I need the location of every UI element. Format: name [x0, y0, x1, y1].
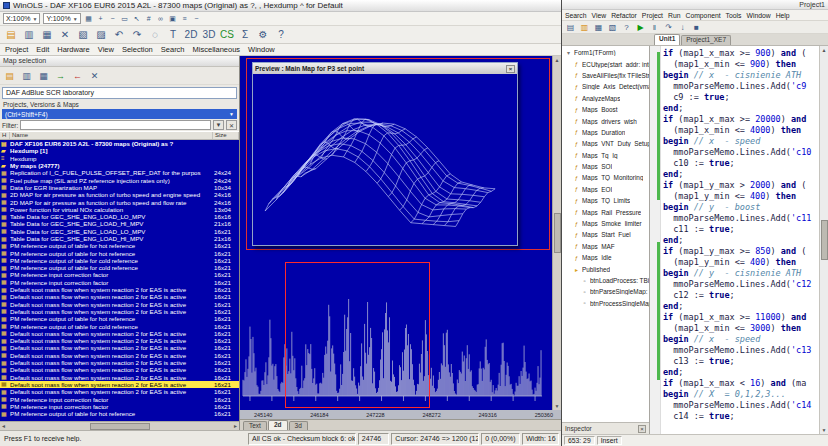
view-tab[interactable]: 2d: [268, 420, 288, 430]
menu-item[interactable]: Window: [248, 45, 275, 54]
cursor-icon[interactable]: ↖: [132, 14, 142, 24]
map-list-row[interactable]: ▦ Default soot mass flow when system rea…: [0, 381, 239, 388]
map-list-hscrollbar[interactable]: ◄ ►: [0, 421, 239, 430]
hexdump-vscrollbar[interactable]: ▲ ▼: [552, 56, 561, 410]
help-icon[interactable]: ?: [621, 22, 632, 33]
tree-item[interactable]: ▫ btnProcessSingleMap: T: [562, 298, 649, 309]
code-line[interactable]: if (map1_x_max < 16) and (ma: [663, 378, 819, 389]
map-list-row[interactable]: ▤ DAF XF106 EUR6 2015 A2L - 87300 maps (…: [0, 140, 239, 147]
code-line[interactable]: mmoParseMemo.Lines.Add('c9: [663, 81, 819, 92]
code-line[interactable]: if (map1_y_max > 2000) and (: [663, 180, 819, 191]
map-list-row[interactable]: ▦ Fuel pulse map (SIL and PZ reference i…: [0, 176, 239, 183]
pause-icon[interactable]: ‖: [649, 22, 660, 33]
project-selector-combo[interactable]: (Ctrl+Shift+F4) ▼: [2, 109, 237, 119]
editor-tab[interactable]: Project1_XE7: [681, 35, 731, 45]
editor-vscrollbar[interactable]: ▲ ▼: [819, 46, 828, 434]
undo-icon[interactable]: ↶: [112, 28, 126, 42]
code-editor[interactable]: if (map1_x_max >= 900) and ( (map1_x_min…: [650, 46, 828, 434]
redo-icon[interactable]: ↷: [130, 28, 144, 42]
map-list-row[interactable]: ▦ Default soot mass flow when system rea…: [0, 366, 239, 373]
paste-icon[interactable]: ▨: [94, 28, 108, 42]
view-3d-icon[interactable]: 3D: [202, 28, 216, 42]
code-line[interactable]: (map1_x_min <= 3000) then: [663, 323, 819, 334]
map-list-row[interactable]: ▦ Default soot mass flow when system rea…: [0, 337, 239, 344]
column-size[interactable]: Size: [213, 132, 239, 139]
menu-item[interactable]: Hardware: [57, 45, 90, 54]
map-list-row[interactable]: ▦ Default soot mass flow when system rea…: [0, 359, 239, 366]
import-icon[interactable]: →: [54, 69, 67, 82]
code-line[interactable]: begin // X = 0,1,2,3...: [663, 389, 819, 400]
map-list-row[interactable]: ▦ Default soot mass flow when system rea…: [0, 308, 239, 315]
menu-item[interactable]: Run: [668, 12, 680, 19]
code-line[interactable]: c10 := true;: [663, 158, 819, 169]
map-list-row[interactable]: ▦ Table Data for GEC_SHE_ENG_LOAD_LO_MPV…: [0, 228, 239, 235]
menu-item[interactable]: Project: [5, 45, 28, 54]
tree-item[interactable]: ▫ btnLoadProcess: TBitBtn: [562, 275, 649, 286]
tree-item[interactable]: ƒ ECUtype(start_addr: integer: [562, 58, 649, 69]
tree-item[interactable]: ƒ Maps_Start_Fuel: [562, 229, 649, 240]
column-h[interactable]: H: [0, 132, 10, 139]
menu-item[interactable]: Search: [565, 12, 587, 19]
code-line[interactable]: if (map1_x_max >= 20000) and: [663, 114, 819, 125]
tree-item[interactable]: ƒ AnalyzeMaps: [562, 93, 649, 104]
zoom-in-icon[interactable]: +: [96, 14, 106, 24]
tree-item[interactable]: ▸ Published: [562, 263, 649, 274]
code-line[interactable]: (map1_x_min <= 900) then: [663, 59, 819, 70]
map-list-row[interactable]: ▦ Table Data for GEC_SHE_ENG_LOAD_HI_MPV…: [0, 235, 239, 242]
view-tab[interactable]: 3d: [289, 421, 308, 430]
code-line[interactable]: begin // y - boost: [663, 202, 819, 213]
search-icon[interactable]: ◌: [148, 28, 162, 42]
filter-clear-button[interactable]: ✕: [226, 120, 237, 130]
print-icon[interactable]: ▦: [40, 28, 54, 42]
filter-dropdown-button[interactable]: ▼: [213, 120, 224, 130]
tree-item[interactable]: ƒ Maps_TQ_Monitoring: [562, 172, 649, 183]
help-icon[interactable]: ?: [274, 28, 288, 42]
run-icon[interactable]: ▶: [635, 22, 646, 33]
code-line[interactable]: if (map1_x_max >= 11000) and: [663, 312, 819, 323]
tree-item[interactable]: ƒ Maps_EOI: [562, 184, 649, 195]
map-list-row[interactable]: ≡ Hexdump: [0, 155, 239, 162]
scrollbar-thumb[interactable]: [90, 423, 150, 430]
code-line[interactable]: begin // x - cisnienie ATH: [663, 70, 819, 81]
delete-icon[interactable]: ✕: [88, 69, 101, 82]
preview-3d-surface[interactable]: [253, 74, 517, 245]
menu-item[interactable]: Window: [746, 12, 770, 19]
map-list-row[interactable]: ▦ Data for EGR linearization MAP 10x34: [0, 184, 239, 191]
tree-item[interactable]: ▾ Form1(TForm): [562, 47, 649, 58]
save-icon[interactable]: ▥: [22, 28, 36, 42]
link-icon[interactable]: ∞: [156, 14, 166, 24]
menu-item[interactable]: Selection: [122, 45, 153, 54]
menu-item[interactable]: View: [592, 12, 607, 19]
map-list-row[interactable]: ▦ Default soot mass flow when system rea…: [0, 374, 239, 381]
map-list-row[interactable]: ▦ Table Data for GEC_SHE_ENG_LOAD_LO_MPV…: [0, 213, 239, 220]
map-list-row[interactable]: ▦ PM reference output of table for hot r…: [0, 315, 239, 322]
menu-item[interactable]: Help: [776, 12, 790, 19]
code-line[interactable]: mmoParseMemo.Lines.Add('c13: [663, 345, 819, 356]
tree-item[interactable]: ƒ Maps_Tq_Iq: [562, 150, 649, 161]
map-list-row[interactable]: ▦ PM reference input correction factor 1…: [0, 271, 239, 278]
filter-input[interactable]: [20, 120, 211, 130]
tree-item[interactable]: ƒ Maps_SOI: [562, 161, 649, 172]
menu-item[interactable]: Project: [642, 12, 663, 19]
save-icon[interactable]: ▥: [20, 69, 33, 82]
save-icon[interactable]: ▦: [593, 22, 604, 33]
ruler-icon[interactable]: #: [144, 14, 154, 24]
menu-item[interactable]: Search: [161, 45, 185, 54]
code-line[interactable]: mmoParseMemo.Lines.Add('c10: [663, 147, 819, 158]
view-tab[interactable]: Text: [243, 421, 267, 430]
code-line[interactable]: begin // x - speed: [663, 136, 819, 147]
settings-icon[interactable]: ⚙: [256, 28, 270, 42]
cut-icon[interactable]: ✕: [58, 28, 72, 42]
menu-item[interactable]: Edit: [36, 45, 49, 54]
print-icon[interactable]: ▦: [37, 69, 50, 82]
code-line[interactable]: c12 := true;: [663, 290, 819, 301]
tree-item[interactable]: ▫ btnParseSingleMap: TBi: [562, 286, 649, 297]
checksum-icon[interactable]: CS: [220, 28, 234, 42]
list-icon[interactable]: ≡: [180, 14, 190, 24]
map-list-row[interactable]: ▦ PM reference input correction factor 1…: [0, 279, 239, 286]
map-list-row[interactable]: ▦ Replication of I_C_FUEL_PULSE_OFFSET_R…: [0, 169, 239, 176]
map-list-row[interactable]: ▰ Hexdump [1]: [0, 147, 239, 154]
tree-item[interactable]: ƒ Maps_drivers_wish: [562, 115, 649, 126]
copy-icon[interactable]: ▧: [76, 28, 90, 42]
tree-item[interactable]: ƒ Maps_Idle: [562, 252, 649, 263]
